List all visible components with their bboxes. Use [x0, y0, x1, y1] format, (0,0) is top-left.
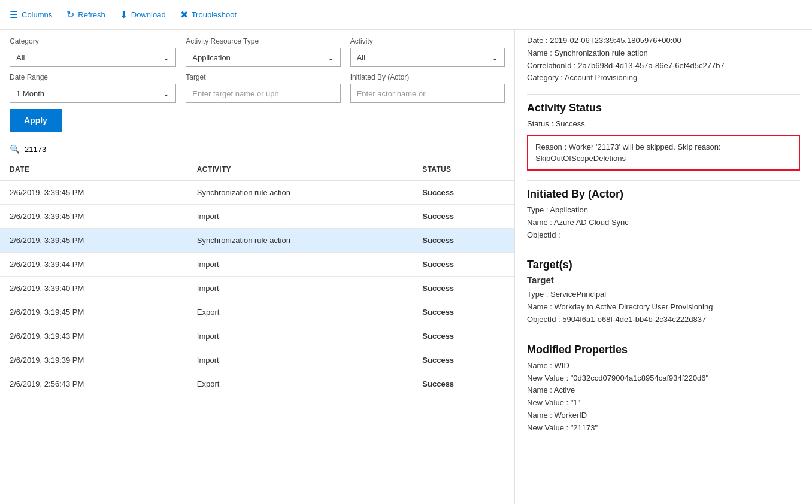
date-range-value: 1 Month — [16, 89, 44, 98]
activity-resource-type-label: Activity Resource Type — [186, 37, 340, 45]
cell-date: 2/6/2019, 3:39:45 PM — [0, 229, 187, 253]
chevron-down-icon: ⌄ — [163, 53, 169, 62]
prop2-new-value: New Value : "1" — [527, 397, 800, 409]
table-row[interactable]: 2/6/2019, 3:39:40 PMImportSuccess — [0, 277, 514, 300]
target-object-id: ObjectId : 5904f6a1-e68f-4de1-bb4b-2c34c… — [527, 314, 800, 326]
reason-label: Reason — [535, 142, 562, 151]
table-row[interactable]: 2/6/2019, 3:39:45 PMSynchronization rule… — [0, 180, 514, 205]
actor-object-id: ObjectId : — [527, 229, 800, 242]
apply-button[interactable]: Apply — [10, 109, 62, 132]
modified-properties-title: Modified Properties — [527, 344, 800, 356]
cell-status: Success — [413, 253, 514, 277]
table-row[interactable]: 2/6/2019, 3:19:45 PMExportSuccess — [0, 300, 514, 324]
cell-activity: Synchronization rule action — [187, 180, 413, 205]
cell-activity: Import — [187, 324, 413, 348]
date-range-select[interactable]: 1 Month ⌄ — [10, 84, 176, 103]
detail-name: Name : Synchronization rule action — [527, 47, 800, 60]
troubleshoot-button[interactable]: ✖ Troubleshoot — [180, 9, 237, 20]
initiated-by-label: Initiated By (Actor) — [350, 73, 505, 81]
table-row[interactable]: 2/6/2019, 3:39:44 PMImportSuccess — [0, 253, 514, 277]
prop1-name: Name : WID — [527, 360, 800, 372]
cell-date: 2/6/2019, 3:39:40 PM — [0, 277, 187, 300]
category-label: Category — [10, 37, 176, 45]
cell-date: 2/6/2019, 3:39:44 PM — [0, 253, 187, 277]
cell-date: 2/6/2019, 3:19:39 PM — [0, 348, 187, 372]
col-header-activity: ACTIVITY — [187, 159, 413, 180]
divider-2 — [527, 180, 800, 181]
main-layout: Category All ⌄ Activity Resource Type Ap… — [0, 30, 812, 504]
table-header-row: DATE ACTIVITY STATUS — [0, 159, 514, 180]
filter-row-1: Category All ⌄ Activity Resource Type Ap… — [10, 37, 505, 67]
activity-status-title: Activity Status — [527, 102, 800, 114]
detail-status: Status : Success — [527, 118, 800, 130]
columns-button[interactable]: ☰ Columns — [10, 9, 52, 20]
search-input[interactable] — [25, 145, 505, 154]
cell-date: 2/6/2019, 3:39:45 PM — [0, 180, 187, 205]
category-select[interactable]: All ⌄ — [10, 48, 176, 67]
cell-status: Success — [413, 277, 514, 300]
activity-resource-type-select[interactable]: Application ⌄ — [186, 48, 340, 67]
download-label: Download — [131, 10, 166, 19]
cell-status: Success — [413, 180, 514, 205]
detail-category: Category : Account Provisioning — [527, 72, 800, 84]
actor-name: Name : Azure AD Cloud Sync — [527, 217, 800, 229]
activity-filter-group: Activity All ⌄ — [350, 37, 505, 67]
divider-3 — [527, 251, 800, 251]
chevron-down-icon-4: ⌄ — [163, 89, 169, 98]
category-filter-group: Category All ⌄ — [10, 37, 176, 67]
right-panel: Date : 2019-02-06T23:39:45.1805976+00:00… — [515, 30, 812, 504]
columns-label: Columns — [22, 10, 52, 19]
target-type: Type : ServicePrincipal — [527, 289, 800, 301]
table-row[interactable]: 2/6/2019, 3:19:43 PMImportSuccess — [0, 324, 514, 348]
initiated-by-input[interactable] — [350, 84, 505, 103]
wrench-icon: ✖ — [180, 9, 188, 20]
download-button[interactable]: ⬇ Download — [120, 9, 166, 20]
cell-date: 2/6/2019, 3:19:45 PM — [0, 300, 187, 324]
table-row[interactable]: 2/6/2019, 3:39:45 PMImportSuccess — [0, 205, 514, 229]
table-row[interactable]: 2/6/2019, 2:56:43 PMExportSuccess — [0, 372, 514, 396]
audit-log-table: DATE ACTIVITY STATUS 2/6/2019, 3:39:45 P… — [0, 159, 514, 396]
table-row[interactable]: 2/6/2019, 3:19:39 PMImportSuccess — [0, 348, 514, 372]
initiated-by-group: Initiated By (Actor) — [350, 73, 505, 103]
left-panel: Category All ⌄ Activity Resource Type Ap… — [0, 30, 515, 504]
target-input[interactable] — [186, 84, 340, 103]
toolbar: ☰ Columns ↻ Refresh ⬇ Download ✖ Trouble… — [0, 0, 812, 30]
chevron-down-icon-3: ⌄ — [492, 53, 498, 62]
cell-activity: Export — [187, 372, 413, 396]
reason-box: Reason : Worker '21173' will be skipped.… — [527, 135, 800, 171]
cell-activity: Import — [187, 348, 413, 372]
activity-status-section: Activity Status Status : Success Reason … — [527, 102, 800, 171]
refresh-icon: ↻ — [66, 9, 74, 20]
table-container: DATE ACTIVITY STATUS 2/6/2019, 3:39:45 P… — [0, 159, 514, 504]
cell-date: 2/6/2019, 2:56:43 PM — [0, 372, 187, 396]
date-range-label: Date Range — [10, 73, 176, 81]
cell-date: 2/6/2019, 3:19:43 PM — [0, 324, 187, 348]
divider-4 — [527, 336, 800, 336]
columns-icon: ☰ — [10, 9, 18, 20]
divider-1 — [527, 94, 800, 95]
refresh-button[interactable]: ↻ Refresh — [66, 9, 105, 20]
search-icon: 🔍 — [10, 144, 20, 154]
initiated-by-title: Initiated By (Actor) — [527, 188, 800, 201]
cell-status: Success — [413, 300, 514, 324]
refresh-label: Refresh — [78, 10, 105, 19]
actor-type: Type : Application — [527, 204, 800, 217]
prop1-new-value: New Value : "0d32ccd079004a1c8954caf934f… — [527, 372, 800, 385]
cell-activity: Import — [187, 277, 413, 300]
cell-status: Success — [413, 324, 514, 348]
table-row[interactable]: 2/6/2019, 3:39:45 PMSynchronization rule… — [0, 229, 514, 253]
cell-status: Success — [413, 205, 514, 229]
initiated-by-section: Initiated By (Actor) Type : Application … — [527, 188, 800, 241]
reason-value: Worker '21173' will be skipped. Skip rea… — [535, 142, 721, 163]
target-filter-group: Target — [186, 73, 340, 103]
col-header-date: DATE — [0, 159, 187, 180]
cell-activity: Synchronization rule action — [187, 229, 413, 253]
cell-status: Success — [413, 372, 514, 396]
activity-resource-type-group: Activity Resource Type Application ⌄ — [186, 37, 340, 67]
cell-activity: Import — [187, 253, 413, 277]
prop3-name: Name : WorkerID — [527, 409, 800, 422]
activity-value: All — [357, 53, 365, 62]
activity-select[interactable]: All ⌄ — [350, 48, 505, 67]
cell-date: 2/6/2019, 3:39:45 PM — [0, 205, 187, 229]
cell-activity: Import — [187, 205, 413, 229]
